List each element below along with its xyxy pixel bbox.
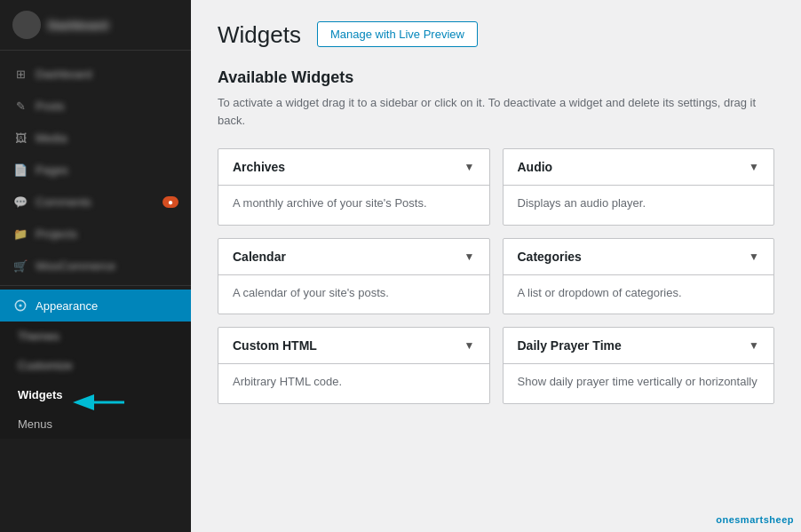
- sidebar-item-appearance[interactable]: Appearance: [0, 290, 191, 322]
- widget-card-archives-header[interactable]: Archives ▼: [218, 149, 489, 186]
- widget-card-custom-html: Custom HTML ▼ Arbitrary HTML code.: [218, 327, 490, 404]
- dashboard-icon: ⊞: [12, 66, 28, 82]
- sidebar-item-label: Comments: [36, 195, 91, 209]
- posts-icon: ✎: [12, 98, 28, 114]
- sidebar-submenu-appearance: Themes Customize Widgets: [0, 322, 191, 439]
- widgets-grid: Archives ▼ A monthly archive of your sit…: [218, 148, 774, 404]
- widget-card-custom-html-header[interactable]: Custom HTML ▼: [218, 328, 489, 364]
- widget-card-calendar: Calendar ▼ A calendar of your site's pos…: [218, 238, 490, 315]
- widget-card-daily-prayer-time-header[interactable]: Daily Prayer Time ▼: [504, 328, 774, 364]
- widget-card-categories: Categories ▼ A list or dropdown of categ…: [503, 238, 775, 315]
- sidebar-item-label: Projects: [36, 227, 77, 241]
- wordpress-logo-icon: [12, 11, 41, 39]
- comments-badge: ●: [163, 196, 178, 208]
- widget-audio-body: Displays an audio player.: [504, 186, 774, 225]
- chevron-down-icon: ▼: [464, 339, 475, 352]
- widget-daily-prayer-time-title: Daily Prayer Time: [518, 338, 622, 353]
- page-title: Widgets: [218, 23, 301, 46]
- widget-custom-html-body: Arbitrary HTML code.: [218, 364, 489, 403]
- sidebar-item-label: Media: [36, 131, 67, 145]
- widget-card-daily-prayer-time: Daily Prayer Time ▼ Show daily prayer ti…: [503, 327, 775, 404]
- sidebar-item-label: Posts: [36, 99, 65, 113]
- media-icon: 🖼: [12, 130, 28, 146]
- sidebar-item-customize[interactable]: Customize: [0, 351, 191, 380]
- sidebar-item-menus[interactable]: Menus: [0, 409, 191, 439]
- main-content: Widgets Manage with Live Preview Availab…: [191, 0, 801, 532]
- chevron-down-icon: ▼: [749, 250, 759, 263]
- watermark: onesmartsheep: [716, 514, 794, 525]
- sidebar-item-media[interactable]: 🖼 Media: [0, 122, 191, 154]
- sidebar-item-label: WooCommerce: [36, 259, 115, 273]
- widget-audio-title: Audio: [518, 160, 553, 174]
- widget-categories-title: Categories: [518, 250, 582, 264]
- sidebar-item-widgets[interactable]: Widgets: [0, 380, 191, 409]
- svg-point-0: [19, 304, 21, 306]
- section-description: To activate a widget drag it to a sideba…: [218, 94, 774, 129]
- sidebar: Dashboard ⊞ Dashboard ✎ Posts 🖼 Media 📄 …: [0, 0, 191, 532]
- woocommerce-icon: 🛒: [12, 258, 28, 274]
- sidebar-logo-text: Dashboard: [48, 19, 108, 32]
- themes-label: Themes: [18, 330, 59, 343]
- widget-calendar-body: A calendar of your site's posts.: [218, 275, 489, 314]
- sidebar-item-label: Dashboard: [36, 67, 92, 81]
- sidebar-item-posts[interactable]: ✎ Posts: [0, 90, 191, 122]
- widget-card-audio-header[interactable]: Audio ▼: [504, 149, 774, 186]
- widget-daily-prayer-time-body: Show daily prayer time vertically or hor…: [504, 364, 774, 403]
- sidebar-item-woocommerce[interactable]: 🛒 WooCommerce: [0, 250, 191, 282]
- menus-label: Menus: [18, 417, 52, 431]
- sidebar-item-appearance-label: Appearance: [36, 299, 98, 313]
- sidebar-nav: ⊞ Dashboard ✎ Posts 🖼 Media 📄 Pages 💬 Co…: [0, 51, 191, 532]
- widget-categories-body: A list or dropdown of categories.: [504, 275, 774, 314]
- pages-icon: 📄: [12, 162, 28, 178]
- page-header: Widgets Manage with Live Preview: [218, 21, 774, 47]
- sidebar-item-pages[interactable]: 📄 Pages: [0, 154, 191, 186]
- widget-archives-title: Archives: [233, 160, 285, 174]
- widget-card-categories-header[interactable]: Categories ▼: [504, 239, 774, 275]
- manage-live-preview-button[interactable]: Manage with Live Preview: [317, 21, 478, 47]
- widget-archives-body: A monthly archive of your site's Posts.: [218, 186, 489, 225]
- sidebar-item-label: Pages: [36, 163, 68, 177]
- appearance-icon: [12, 298, 28, 314]
- customize-label: Customize: [18, 359, 72, 372]
- chevron-down-icon: ▼: [464, 250, 475, 263]
- sidebar-divider: [0, 285, 191, 286]
- widget-calendar-title: Calendar: [233, 250, 286, 264]
- chevron-down-icon: ▼: [749, 339, 759, 352]
- projects-icon: 📁: [12, 226, 28, 242]
- sidebar-item-projects[interactable]: 📁 Projects: [0, 218, 191, 250]
- sidebar-item-dashboard[interactable]: ⊞ Dashboard: [0, 58, 191, 90]
- section-title: Available Widgets: [218, 68, 774, 87]
- chevron-down-icon: ▼: [464, 161, 475, 173]
- widget-card-audio: Audio ▼ Displays an audio player.: [503, 148, 775, 226]
- chevron-down-icon: ▼: [749, 161, 759, 173]
- comments-icon: 💬: [12, 194, 28, 210]
- sidebar-item-themes[interactable]: Themes: [0, 322, 191, 351]
- widget-custom-html-title: Custom HTML: [233, 338, 317, 353]
- sidebar-logo: Dashboard: [0, 0, 191, 51]
- widget-card-archives: Archives ▼ A monthly archive of your sit…: [218, 148, 490, 226]
- widgets-label: Widgets: [18, 388, 62, 401]
- widget-card-calendar-header[interactable]: Calendar ▼: [218, 239, 489, 275]
- sidebar-item-comments[interactable]: 💬 Comments ●: [0, 186, 191, 218]
